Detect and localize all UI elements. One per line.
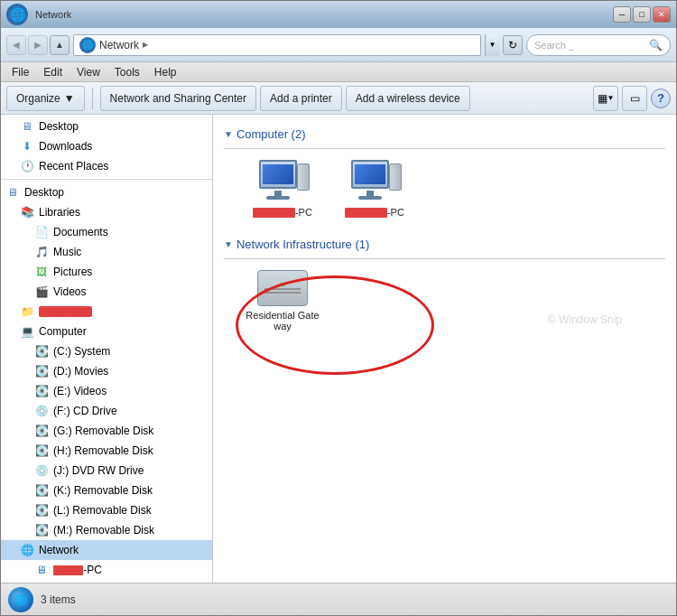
gateway-item[interactable]: Residential Gateway xyxy=(242,266,323,335)
sidebar-item-j-drive[interactable]: 💿 (J:) DVD RW Drive xyxy=(1,461,212,481)
pc2-label-suffix: -PC xyxy=(387,207,404,218)
sidebar-item-documents[interactable]: 📄 Documents xyxy=(1,222,212,242)
sidebar-pc1-redacted: XXXXX xyxy=(53,565,83,575)
refresh-button[interactable]: ↻ xyxy=(503,35,523,55)
up-button[interactable]: ▲ xyxy=(50,35,70,55)
pc2-item[interactable]: XXXXXXX-PC xyxy=(334,156,415,221)
c-drive-icon: 💽 xyxy=(33,343,50,359)
sidebar-label-j-drive: (J:) DVD RW Drive xyxy=(53,464,144,477)
add-printer-button[interactable]: Add a printer xyxy=(260,86,342,111)
music-icon: 🎵 xyxy=(33,244,50,260)
address-dropdown[interactable]: ▼ xyxy=(485,34,499,56)
sidebar-item-pc1[interactable]: 🖥 XXXXX-PC xyxy=(1,560,212,580)
sidebar-item-libraries[interactable]: 📚 Libraries xyxy=(1,202,212,222)
maximize-button[interactable]: □ xyxy=(633,6,651,23)
view-options-button[interactable]: ▦ ▼ xyxy=(593,86,618,111)
sidebar-item-desktop2[interactable]: 🖥 Desktop xyxy=(1,182,212,202)
computer-group-label: Computer (2) xyxy=(236,127,306,141)
app-icon: 🌐 xyxy=(6,4,28,25)
m-drive-icon: 💽 xyxy=(33,522,50,538)
sidebar-item-recent[interactable]: 🕐 Recent Places xyxy=(1,156,212,176)
pictures-icon: 🖼 xyxy=(33,264,50,280)
address-separator: ▶ xyxy=(143,41,148,49)
d-drive-icon: 💽 xyxy=(33,363,50,379)
status-icon: 🌐 xyxy=(8,587,33,612)
downloads-icon: ⬇ xyxy=(19,138,35,154)
menu-tools[interactable]: Tools xyxy=(107,64,147,80)
sidebar-item-f-drive[interactable]: 💿 (F:) CD Drive xyxy=(1,401,212,421)
sidebar-item-desktop[interactable]: 🖥 Desktop xyxy=(1,117,212,136)
pc1-label: XXXXXXX-PC xyxy=(253,207,312,218)
add-wireless-button[interactable]: Add a wireless device xyxy=(346,86,470,111)
title-bar: 🌐 Network ─ □ ✕ xyxy=(1,1,676,28)
computer-icon: 💻 xyxy=(19,323,35,340)
sidebar-label-f-drive: (F:) CD Drive xyxy=(53,405,117,417)
sidebar-label-recent: Recent Places xyxy=(39,160,108,173)
pc1-monitor xyxy=(259,160,297,189)
sidebar-item-redacted[interactable]: 📁 XXXXXXXX xyxy=(1,302,212,322)
j-drive-icon: 💿 xyxy=(33,462,50,479)
computer-items-grid: XXXXXXX-PC xyxy=(224,156,665,232)
menu-file[interactable]: File xyxy=(5,64,36,80)
minimize-button[interactable]: ─ xyxy=(613,6,631,23)
sidebar-item-pictures[interactable]: 🖼 Pictures xyxy=(1,262,212,282)
sidebar-item-c-drive[interactable]: 💽 (C:) System xyxy=(1,341,212,361)
layout-button[interactable]: ▭ xyxy=(622,86,647,111)
sidebar-label-computer: Computer xyxy=(39,325,87,338)
desktop2-icon: 🖥 xyxy=(5,184,21,201)
recent-icon: 🕐 xyxy=(19,158,35,174)
sidebar-item-downloads[interactable]: ⬇ Downloads xyxy=(1,136,212,156)
sidebar-item-l-drive[interactable]: 💽 (L:) Removable Disk xyxy=(1,500,212,520)
window-controls: ─ □ ✕ xyxy=(613,6,671,23)
pc1-label-redacted: XXXXXXX xyxy=(253,208,295,218)
sidebar-label-videos: Videos xyxy=(53,285,86,298)
organize-button[interactable]: Organize ▼ xyxy=(6,86,85,111)
sidebar-label-g-drive: (G:) Removable Disk xyxy=(53,425,153,437)
sidebar-item-music[interactable]: 🎵 Music xyxy=(1,242,212,262)
main-panel: ▼ Computer (2) xyxy=(213,115,676,583)
sidebar-item-k-drive[interactable]: 💽 (K:) Removable Disk xyxy=(1,481,212,500)
sidebar-pc1-suffix: -PC xyxy=(83,564,102,576)
help-button[interactable]: ? xyxy=(651,89,671,108)
sidebar-item-network[interactable]: 🌐 Network xyxy=(1,540,212,560)
address-bar[interactable]: 🌐 Network ▶ xyxy=(73,34,481,56)
menu-edit[interactable]: Edit xyxy=(36,64,70,80)
sidebar-item-videos[interactable]: 🎬 Videos xyxy=(1,282,212,302)
explorer-window: 🌐 Network ─ □ ✕ ◀ ▶ ▲ 🌐 Network ▶ ▼ ↻ Se… xyxy=(0,0,677,616)
sidebar-item-d-drive[interactable]: 💽 (D:) Movies xyxy=(1,361,212,381)
sidebar-item-h-drive[interactable]: 💽 (H:) Removable Disk xyxy=(1,441,212,461)
pc1-icon xyxy=(255,160,310,203)
menu-view[interactable]: View xyxy=(70,64,107,80)
sidebar-label-documents: Documents xyxy=(53,226,108,238)
nav-arrows: ◀ ▶ ▲ xyxy=(6,35,70,55)
documents-icon: 📄 xyxy=(33,224,50,240)
sidebar-item-computer[interactable]: 💻 Computer xyxy=(1,322,212,341)
sidebar-label-k-drive: (K:) Removable Disk xyxy=(53,484,153,497)
pc2-tower xyxy=(389,163,402,191)
nav-bar: ◀ ▶ ▲ 🌐 Network ▶ ▼ ↻ Search _ 🔍 xyxy=(1,28,676,62)
sidebar-item-g-drive[interactable]: 💽 (G:) Removable Disk xyxy=(1,421,212,441)
pc1-item[interactable]: XXXXXXX-PC xyxy=(242,156,323,221)
sidebar-label-desktop2: Desktop xyxy=(24,186,64,199)
close-button[interactable]: ✕ xyxy=(653,6,671,23)
pc1-sidebar-icon: 🖥 xyxy=(33,562,50,578)
sidebar-item-e-drive[interactable]: 💽 (E:) Videos xyxy=(1,381,212,401)
f-drive-icon: 💿 xyxy=(33,403,50,419)
network-sharing-button[interactable]: Network and Sharing Center xyxy=(100,86,256,111)
gateway-line-1 xyxy=(264,288,301,290)
sidebar-label-c-drive: (C:) System xyxy=(53,345,110,358)
title-bar-text: Network xyxy=(35,9,71,20)
sidebar-label-e-drive: (E:) Videos xyxy=(53,385,107,397)
search-placeholder[interactable]: Search _ xyxy=(534,40,645,51)
back-button[interactable]: ◀ xyxy=(6,35,26,55)
title-bar-left: 🌐 Network xyxy=(6,4,71,25)
sidebar-item-m-drive[interactable]: 💽 (M:) Removable Disk xyxy=(1,520,212,540)
address-icon: 🌐 xyxy=(79,37,96,53)
menu-help[interactable]: Help xyxy=(147,64,184,80)
computer-group-header: ▼ Computer (2) xyxy=(224,127,665,141)
toolbar-separator-1 xyxy=(92,88,93,109)
sidebar-label-m-drive: (M:) Removable Disk xyxy=(53,524,154,537)
forward-button[interactable]: ▶ xyxy=(28,35,48,55)
search-icon[interactable]: 🔍 xyxy=(649,39,663,51)
pc2-label-redacted: XXXXXXX xyxy=(345,208,387,218)
